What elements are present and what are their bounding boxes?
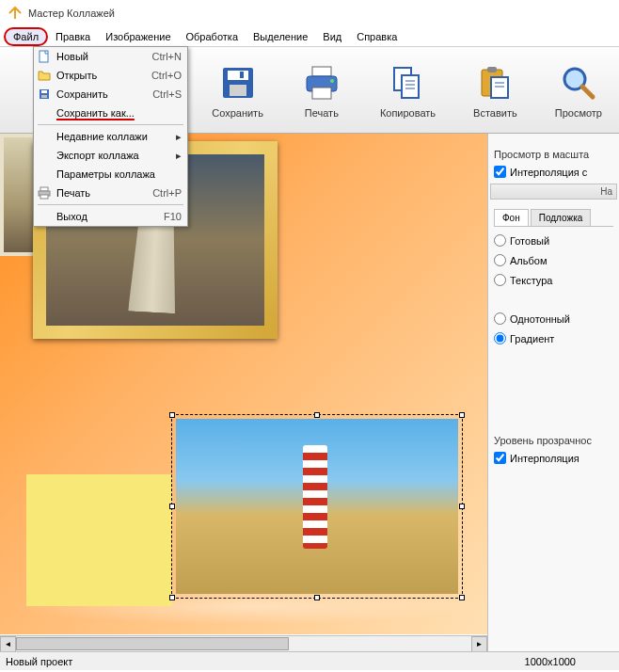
interp2-check[interactable]: Интерполяция [494, 452, 613, 464]
paste-icon [474, 62, 516, 104]
menu-print-shortcut: Ctrl+P [152, 187, 182, 199]
radio-ready-input[interactable] [494, 234, 506, 247]
menu-new-shortcut: Ctrl+N [152, 51, 182, 62]
menu-new-label: Новый [56, 51, 152, 62]
print-icon [36, 185, 53, 200]
magnifier-icon [558, 62, 599, 104]
svg-rect-10 [240, 72, 244, 78]
menu-save[interactable]: Сохранить Ctrl+S [34, 85, 187, 104]
menu-process[interactable]: Обработка [179, 29, 246, 44]
menu-open-label: Открыть [56, 70, 151, 81]
resize-handle[interactable] [169, 412, 175, 418]
radio-solid-input[interactable] [494, 312, 506, 325]
menu-open[interactable]: Открыть Ctrl+O [34, 66, 187, 85]
radio-gradient[interactable]: Градиент [494, 332, 613, 344]
svg-rect-4 [40, 187, 48, 191]
radio-album[interactable]: Альбом [494, 254, 613, 266]
tab-underlay[interactable]: Подложка [531, 209, 592, 226]
menu-exit-label: Выход [56, 211, 164, 222]
menu-exit[interactable]: Выход F10 [34, 207, 187, 226]
svg-rect-8 [228, 71, 248, 80]
statusbar: Новый проект 1000x1000 [0, 651, 619, 670]
menu-edit[interactable]: Правка [48, 29, 98, 44]
section-header: На [490, 184, 617, 200]
radio-ready[interactable]: Готовый [494, 234, 613, 247]
menu-save-shortcut: Ctrl+S [152, 88, 182, 100]
radio-ready-label: Готовый [510, 235, 549, 247]
scroll-thumb[interactable] [16, 637, 289, 650]
bg-tabs: Фон Подложка [494, 209, 613, 227]
radio-gradient-label: Градиент [510, 333, 554, 344]
collage-block[interactable] [26, 474, 172, 606]
resize-handle[interactable] [459, 595, 465, 600]
svg-rect-2 [41, 90, 47, 93]
menu-print-label: Печать [56, 187, 152, 199]
menu-separator [38, 124, 183, 125]
interp-label: Интерполяция с [510, 167, 587, 178]
radio-solid-label: Однотонный [510, 313, 570, 325]
scroll-left-button[interactable]: ◄ [0, 636, 16, 651]
toolbar-preview-button[interactable]: Просмотр [546, 58, 611, 122]
toolbar-print-button[interactable]: Печать [292, 58, 352, 122]
blank-icon [36, 148, 53, 163]
app-icon [8, 6, 23, 21]
svg-rect-9 [230, 85, 246, 96]
menu-params-label: Параметры коллажа [56, 168, 182, 180]
menu-image[interactable]: Изображение [98, 29, 178, 44]
radio-album-label: Альбом [510, 255, 547, 266]
resize-handle[interactable] [314, 412, 320, 418]
blank-icon [36, 209, 53, 224]
resize-handle[interactable] [459, 412, 465, 418]
menu-help[interactable]: Справка [349, 29, 405, 44]
svg-rect-21 [487, 67, 497, 72]
menu-file[interactable]: Файл [4, 27, 48, 46]
toolbar-save-button[interactable]: Сохранить [202, 58, 273, 122]
tab-background[interactable]: Фон [494, 209, 529, 226]
menubar: Файл Правка Изображение Обработка Выделе… [0, 26, 619, 47]
status-project: Новый проект [6, 656, 487, 667]
interp-checkbox[interactable] [494, 166, 506, 178]
menu-open-shortcut: Ctrl+O [151, 70, 182, 81]
menu-select[interactable]: Выделение [246, 29, 315, 44]
copy-icon [387, 62, 428, 104]
menu-view[interactable]: Вид [315, 29, 349, 44]
radio-album-input[interactable] [494, 254, 506, 266]
menu-print[interactable]: Печать Ctrl+P [34, 184, 187, 202]
menu-recent[interactable]: Недавние коллажи ▸ [34, 127, 187, 146]
menu-params[interactable]: Параметры коллажа [34, 165, 187, 184]
resize-handle[interactable] [459, 504, 465, 509]
menu-export-label: Экспорт коллажа [56, 150, 176, 161]
menu-separator [38, 204, 183, 205]
toolbar-paste-button[interactable]: Вставить [464, 58, 527, 122]
save-icon [36, 87, 53, 102]
scroll-track[interactable] [16, 636, 471, 651]
menu-recent-label: Недавние коллажи [56, 131, 176, 142]
status-dimensions: 1000x1000 [487, 656, 613, 667]
radio-texture[interactable]: Текстура [494, 274, 613, 286]
menu-save-as-label: Сохранить как... [56, 107, 182, 119]
resize-handle[interactable] [169, 595, 175, 600]
toolbar-save-label: Сохранить [212, 107, 263, 119]
submenu-arrow-icon: ▸ [176, 131, 182, 143]
menu-export[interactable]: Экспорт коллажа ▸ [34, 146, 187, 165]
toolbar-print-label: Печать [305, 107, 339, 119]
radio-solid[interactable]: Однотонный [494, 312, 613, 325]
interp-smoothing-check[interactable]: Интерполяция с [494, 166, 613, 178]
collage-photo-3[interactable] [176, 419, 458, 594]
interp2-checkbox[interactable] [494, 452, 506, 464]
resize-handle[interactable] [169, 504, 175, 509]
horizontal-scrollbar[interactable]: ◄ ► [0, 635, 487, 651]
svg-rect-0 [40, 51, 48, 62]
blank-icon [36, 105, 53, 120]
resize-handle[interactable] [314, 595, 320, 600]
radio-texture-input[interactable] [494, 274, 506, 286]
scroll-right-button[interactable]: ► [471, 636, 487, 651]
svg-rect-16 [402, 75, 419, 98]
blank-icon [36, 167, 53, 182]
selected-photo-frame[interactable] [171, 414, 463, 599]
menu-save-as[interactable]: Сохранить как... [34, 104, 187, 122]
toolbar-copy-button[interactable]: Копировать [371, 58, 445, 122]
menu-new[interactable]: Новый Ctrl+N [34, 47, 187, 66]
radio-gradient-input[interactable] [494, 332, 506, 344]
app-title: Мастер Коллажей [28, 8, 115, 19]
